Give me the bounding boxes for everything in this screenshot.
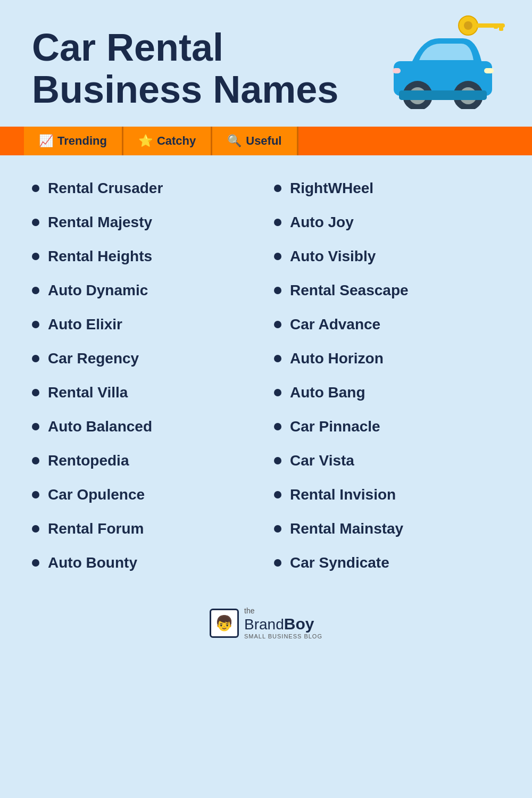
- brand-text: the BrandBoy SMALL BUSINESS BLOG: [244, 606, 322, 639]
- item-text: Rental Villa: [48, 384, 128, 401]
- tag-left-accent: [0, 127, 24, 155]
- list-item: Rental Heights: [32, 239, 263, 273]
- list-item: Rental Majesty: [32, 205, 263, 239]
- list-item: Car Vista: [274, 444, 505, 478]
- tags-row: 📈 Trending ⭐ Catchy 🔍 Useful: [0, 127, 532, 155]
- list-item: Auto Bounty: [32, 546, 263, 580]
- brand-icon: 👦: [210, 609, 239, 638]
- bullet-icon: [32, 321, 39, 328]
- bullet-icon: [274, 185, 281, 192]
- item-text: Rentopedia: [48, 452, 129, 469]
- list-item: Car Regency: [32, 342, 263, 376]
- item-text: Rental Mainstay: [290, 520, 403, 537]
- item-text: Rental Seascape: [290, 282, 409, 299]
- item-text: Rental Invision: [290, 486, 396, 503]
- content-section: Rental CrusaderRental MajestyRental Heig…: [0, 155, 532, 596]
- car-illustration: [383, 11, 505, 111]
- useful-icon: 🔍: [227, 134, 242, 148]
- bullet-icon: [32, 525, 39, 533]
- brand-logo: 👦 the BrandBoy SMALL BUSINESS BLOG: [210, 606, 322, 639]
- bullet-icon: [32, 491, 39, 498]
- left-column: Rental CrusaderRental MajestyRental Heig…: [32, 171, 263, 580]
- bullet-icon: [274, 355, 281, 362]
- bullet-icon: [274, 491, 281, 498]
- tag-right-accent: [298, 127, 533, 155]
- list-item: Car Syndicate: [274, 546, 505, 580]
- bullet-icon: [32, 457, 39, 464]
- item-text: Auto Bounty: [48, 554, 137, 571]
- item-text: Auto Elixir: [48, 316, 122, 333]
- list-item: Auto Balanced: [32, 410, 263, 444]
- bullet-icon: [32, 287, 39, 294]
- list-item: Auto Horizon: [274, 342, 505, 376]
- bullet-icon: [32, 185, 39, 192]
- catchy-icon: ⭐: [138, 134, 153, 148]
- two-columns: Rental CrusaderRental MajestyRental Heig…: [32, 171, 505, 580]
- item-text: Rental Forum: [48, 520, 144, 537]
- svg-rect-12: [399, 90, 487, 100]
- brand-the-label: the: [244, 606, 322, 615]
- bullet-icon: [32, 389, 39, 396]
- list-item: Car Pinnacle: [274, 410, 505, 444]
- tag-useful[interactable]: 🔍 Useful: [212, 127, 298, 155]
- svg-point-1: [464, 21, 472, 30]
- bullet-icon: [274, 389, 281, 396]
- list-item: Auto Joy: [274, 205, 505, 239]
- list-item: Car Opulence: [32, 478, 263, 512]
- list-item: RightWHeel: [274, 171, 505, 205]
- list-item: Rental Seascape: [274, 273, 505, 307]
- bullet-icon: [274, 457, 281, 464]
- bullet-icon: [274, 321, 281, 328]
- bullet-icon: [274, 423, 281, 430]
- svg-rect-14: [393, 68, 401, 73]
- list-item: Rental Crusader: [32, 171, 263, 205]
- list-item: Car Advance: [274, 307, 505, 342]
- item-text: Auto Bang: [290, 384, 365, 401]
- bullet-icon: [32, 253, 39, 260]
- item-text: Auto Visibly: [290, 248, 376, 265]
- item-text: Rental Heights: [48, 248, 152, 265]
- item-text: RightWHeel: [290, 180, 373, 197]
- bullet-icon: [274, 253, 281, 260]
- item-text: Rental Crusader: [48, 180, 163, 197]
- item-text: Car Syndicate: [290, 554, 389, 571]
- brand-name-label: BrandBoy: [244, 615, 322, 633]
- bullet-icon: [32, 355, 39, 362]
- svg-rect-3: [499, 23, 503, 31]
- tag-trending-label: Trending: [57, 134, 107, 148]
- bullet-icon: [32, 219, 39, 226]
- list-item: Auto Dynamic: [32, 273, 263, 307]
- svg-rect-4: [494, 23, 498, 29]
- tag-trending[interactable]: 📈 Trending: [24, 127, 123, 155]
- item-text: Auto Dynamic: [48, 282, 148, 299]
- tag-catchy-label: Catchy: [157, 134, 196, 148]
- item-text: Car Pinnacle: [290, 418, 380, 435]
- item-text: Auto Horizon: [290, 350, 384, 367]
- tag-useful-label: Useful: [246, 134, 281, 148]
- item-text: Rental Majesty: [48, 214, 152, 231]
- item-text: Car Opulence: [48, 486, 145, 503]
- item-text: Auto Balanced: [48, 418, 152, 435]
- list-item: Auto Elixir: [32, 307, 263, 342]
- item-text: Car Regency: [48, 350, 139, 367]
- item-text: Auto Joy: [290, 214, 354, 231]
- footer: 👦 the BrandBoy SMALL BUSINESS BLOG: [0, 596, 532, 650]
- header-section: Car Rental Business Names: [0, 0, 532, 121]
- bullet-icon: [274, 559, 281, 567]
- list-item: Rental Mainstay: [274, 512, 505, 546]
- bullet-icon: [32, 559, 39, 567]
- item-text: Car Vista: [290, 452, 354, 469]
- list-item: Rental Forum: [32, 512, 263, 546]
- list-item: Rental Villa: [32, 376, 263, 410]
- bullet-icon: [274, 287, 281, 294]
- list-item: Auto Bang: [274, 376, 505, 410]
- page-wrapper: Car Rental Business Names: [0, 0, 532, 798]
- svg-rect-13: [484, 68, 494, 73]
- tag-catchy[interactable]: ⭐ Catchy: [123, 127, 212, 155]
- bullet-icon: [32, 423, 39, 430]
- bullet-icon: [274, 525, 281, 533]
- trending-icon: 📈: [39, 134, 53, 148]
- list-item: Rentopedia: [32, 444, 263, 478]
- list-item: Auto Visibly: [274, 239, 505, 273]
- item-text: Car Advance: [290, 316, 380, 333]
